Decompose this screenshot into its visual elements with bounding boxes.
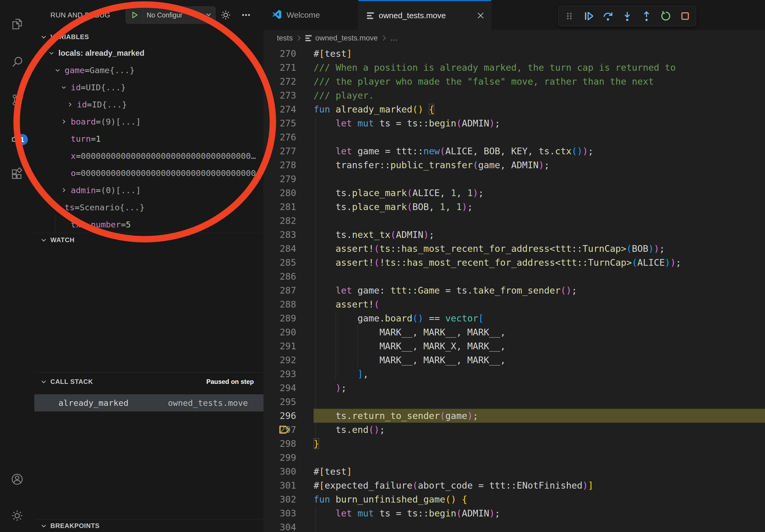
breadcrumb-tests[interactable]: tests: [277, 34, 293, 42]
line-number-gutter[interactable]: 273: [264, 89, 296, 102]
chevron-down-icon[interactable]: [48, 50, 58, 57]
line-number-gutter[interactable]: 284: [264, 242, 296, 256]
line-number-gutter[interactable]: 277: [264, 144, 296, 158]
variable-row[interactable]: x = 0000000000000000000000000000000000…: [34, 147, 264, 164]
line-number-gutter[interactable]: 271: [264, 61, 296, 75]
code-text[interactable]: let game = ttt::new(ALICE, BOB, KEY, ts.…: [314, 144, 593, 158]
code-text[interactable]: MARK__, MARK__, MARK__,: [314, 325, 505, 339]
variable-row[interactable]: game = Game{...}: [34, 62, 264, 79]
code-text[interactable]: MARK__, MARK__, MARK__,: [314, 353, 505, 367]
line-number-gutter[interactable]: 297: [264, 423, 296, 437]
code-text[interactable]: let mut ts = ts::begin(ADMIN);: [314, 506, 500, 520]
chevron-down-icon[interactable]: [54, 67, 65, 74]
line-number-gutter[interactable]: 303: [264, 506, 296, 520]
step-over-button[interactable]: [601, 9, 615, 23]
activity-extensions[interactable]: [0, 162, 34, 187]
line-number-gutter[interactable]: 278: [264, 158, 296, 172]
watch-section-header[interactable]: WATCH: [34, 233, 264, 247]
chevron-down-icon[interactable]: [54, 204, 65, 211]
breadcrumb-file[interactable]: owned_tests.move: [315, 34, 378, 42]
code-text[interactable]: );: [314, 381, 347, 395]
code-text[interactable]: game.board() == vector[: [314, 311, 484, 325]
code-text[interactable]: fun burn_unfinished_game() {: [314, 492, 467, 506]
debug-settings-gear-icon[interactable]: [220, 9, 232, 21]
line-number-gutter[interactable]: 286: [264, 269, 296, 283]
code-text[interactable]: /// When a position is already marked, t…: [314, 61, 676, 75]
line-number-gutter[interactable]: 279: [264, 172, 296, 186]
variable-row[interactable]: turn = 1: [34, 130, 264, 147]
code-text[interactable]: assert!(!ts::has_most_recent_for_address…: [314, 256, 681, 269]
line-number-gutter[interactable]: 289: [264, 311, 296, 325]
breadcrumb-symbol[interactable]: …: [390, 34, 398, 42]
line-number-gutter[interactable]: 304: [264, 520, 296, 532]
activity-search[interactable]: [0, 50, 34, 76]
code-text[interactable]: transfer::public_transfer(game, ADMIN);: [314, 158, 549, 172]
activity-settings[interactable]: [0, 503, 34, 529]
call-stack-section-header[interactable]: CALL STACK Paused on step: [34, 373, 264, 391]
code-text[interactable]: let mut ts = ts::begin(ADMIN);: [314, 116, 500, 130]
line-number-gutter[interactable]: 285: [264, 256, 296, 269]
variable-row[interactable]: id = UID{...}: [34, 79, 264, 96]
line-number-gutter[interactable]: 288: [264, 297, 296, 311]
activity-source-control[interactable]: [0, 87, 34, 113]
debug-configuration-dropdown[interactable]: No Configur: [126, 6, 216, 24]
line-number-gutter[interactable]: 287: [264, 283, 296, 297]
line-number-gutter[interactable]: 292: [264, 353, 296, 367]
line-number-gutter[interactable]: 274: [264, 102, 296, 116]
code-text[interactable]: ts.end();: [314, 423, 385, 437]
variable-row[interactable]: ts = Scenario{...}: [34, 199, 264, 216]
line-number-gutter[interactable]: 296: [264, 409, 296, 423]
code-text[interactable]: assert!(ts::has_most_recent_for_address<…: [314, 242, 665, 256]
line-number-gutter[interactable]: 301: [264, 478, 296, 492]
more-actions-icon[interactable]: [240, 9, 252, 21]
stop-button[interactable]: [678, 9, 692, 23]
variable-row[interactable]: board = (9)[...]: [34, 113, 264, 130]
line-number-gutter[interactable]: 281: [264, 200, 296, 214]
code-text[interactable]: /// the player who made the "false" move…: [314, 75, 654, 89]
line-number-gutter[interactable]: 276: [264, 130, 296, 144]
code-text[interactable]: ],: [314, 367, 369, 381]
line-number-gutter[interactable]: 283: [264, 228, 296, 242]
chevron-right-icon[interactable]: [61, 118, 71, 125]
close-icon[interactable]: [476, 11, 485, 20]
step-into-button[interactable]: [620, 9, 634, 23]
variable-row[interactable]: id = ID{...}: [34, 96, 264, 113]
variable-scope-row[interactable]: locals: already_marked: [34, 45, 264, 62]
variable-row[interactable]: txn_number = 5: [34, 216, 264, 233]
code-text[interactable]: ts.next_tx(ADMIN);: [314, 228, 434, 242]
line-number-gutter[interactable]: 275: [264, 116, 296, 130]
code-text[interactable]: fun already_marked() {: [314, 102, 434, 116]
line-number-gutter[interactable]: 298: [264, 437, 296, 450]
line-number-gutter[interactable]: 299: [264, 450, 296, 464]
variable-row[interactable]: admin = (0)[...]: [34, 182, 264, 199]
line-number-gutter[interactable]: 270: [264, 47, 296, 61]
code-text[interactable]: #[test]: [314, 47, 352, 61]
activity-account[interactable]: [0, 467, 34, 493]
chevron-right-icon[interactable]: [67, 101, 77, 108]
code-text[interactable]: }: [314, 437, 319, 450]
variable-row[interactable]: o = 00000000000000000000000000000000000.: [34, 164, 264, 182]
line-number-gutter[interactable]: 302: [264, 492, 296, 506]
breakpoints-section-header[interactable]: BREAKPOINTS: [34, 519, 264, 532]
code-text[interactable]: let game: ttt::Game = ts.take_from_sende…: [314, 283, 577, 297]
step-out-button[interactable]: [640, 9, 653, 23]
code-text[interactable]: ts.place_mark(BOB, 1, 1);: [314, 200, 473, 214]
drag-grip-icon[interactable]: [562, 9, 576, 23]
line-number-gutter[interactable]: 293: [264, 367, 296, 381]
code-text[interactable]: /// player.: [314, 89, 374, 102]
code-text[interactable]: ts.return_to_sender(game);: [314, 409, 478, 423]
line-number-gutter[interactable]: 280: [264, 186, 296, 200]
tab-owned-tests-move[interactable]: owned_tests.move: [359, 0, 491, 30]
activity-run-and-debug[interactable]: 1: [0, 124, 34, 150]
line-number-gutter[interactable]: 290: [264, 325, 296, 339]
call-stack-frame[interactable]: already_marked owned_tests.move: [34, 394, 264, 411]
line-number-gutter[interactable]: 291: [264, 339, 296, 353]
chevron-right-icon[interactable]: [61, 187, 71, 194]
variables-section-header[interactable]: VARIABLES: [34, 30, 264, 44]
restart-button[interactable]: [659, 9, 673, 23]
line-number-gutter[interactable]: 295: [264, 395, 296, 409]
tab-welcome[interactable]: Welcome: [264, 0, 359, 30]
activity-explorer[interactable]: [0, 12, 34, 37]
line-number-gutter[interactable]: 300: [264, 464, 296, 478]
chevron-down-icon[interactable]: [61, 84, 71, 91]
